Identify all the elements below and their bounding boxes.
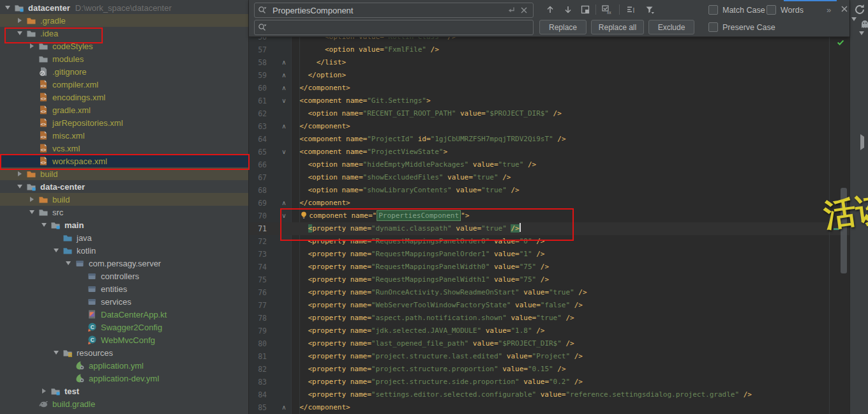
ghost-icon[interactable] (860, 19, 868, 31)
code-line-83[interactable]: <property name="project.structure.side.p… (291, 376, 583, 388)
triangle-down-icon[interactable] (851, 21, 857, 33)
inspections-ok-icon[interactable] (836, 38, 845, 49)
filter-lines-icon[interactable]: I (624, 3, 638, 17)
tree-item-misc.xml[interactable]: <>misc.xml (0, 129, 248, 142)
replace-all-button[interactable]: Replace all (591, 20, 644, 34)
tree-item-test[interactable]: test (0, 385, 248, 397)
tree-item-main[interactable]: main (0, 218, 248, 231)
checkbox-box[interactable] (767, 5, 776, 15)
code-line-70[interactable]: component name="PropertiesComponent"> (291, 210, 469, 222)
intention-bulb-icon[interactable] (299, 210, 308, 220)
chevron-expanded-icon[interactable] (28, 210, 36, 214)
code-line-73[interactable]: <property name="RequestMappingsPanelOrde… (291, 248, 544, 261)
clear-icon[interactable] (519, 5, 529, 18)
tree-item-application-dev.yml[interactable]: application-dev.yml (0, 372, 248, 385)
checkbox-box[interactable] (708, 5, 718, 15)
code-line-74[interactable]: <property name="RequestMappingsPanelWidt… (291, 261, 549, 273)
tree-item-workspace.xml[interactable]: <>workspace.xml (0, 155, 248, 167)
code-line-80[interactable]: <property name="last_opened_file_path" v… (291, 337, 574, 350)
code-line-72[interactable]: <property name="RequestMappingsPanelOrde… (291, 235, 544, 248)
chevron-collapsed-icon[interactable] (16, 171, 24, 176)
tree-item-src[interactable]: src (0, 206, 248, 218)
tree-item-.gitignore[interactable]: .gitignore (0, 65, 248, 78)
newline-icon[interactable] (506, 5, 516, 18)
chevron-expanded-icon[interactable] (16, 185, 24, 188)
chevron-expanded-icon[interactable] (40, 223, 48, 227)
fold-marker-icon[interactable]: ∧ (280, 69, 288, 82)
code-line-78[interactable]: <property name="aspect.path.notification… (291, 312, 574, 325)
chevron-collapsed-icon[interactable] (28, 197, 36, 202)
fold-marker-icon[interactable]: ∧ (280, 56, 288, 69)
filter-funnel-icon[interactable] (643, 3, 657, 17)
tree-item-build[interactable]: build (0, 193, 248, 206)
words-checkbox[interactable]: Words (767, 5, 804, 15)
code-line-58[interactable]: </list> (291, 56, 346, 69)
code-line-82[interactable]: <property name="project.structure.propor… (291, 363, 566, 376)
code-line-71[interactable]: <property name="dynamic.classpath" value… (291, 222, 521, 235)
fold-marker-icon[interactable]: ∨ (280, 210, 288, 222)
chevron-expanded-icon[interactable] (64, 261, 72, 265)
fold-marker-icon[interactable]: ∧ (280, 120, 288, 133)
exclude-button[interactable]: Exclude (648, 20, 694, 34)
code-line-59[interactable]: </option> (291, 69, 346, 82)
tree-item-.gradle[interactable]: .gradle (0, 14, 248, 27)
code-line-75[interactable]: <property name="RequestMappingsPanelWidt… (291, 273, 549, 286)
tree-item-com.persagy.server[interactable]: com.persagy.server (0, 257, 248, 270)
chevron-expanded-icon[interactable] (4, 6, 11, 10)
replace-field[interactable] (254, 20, 534, 35)
tree-item-kotlin[interactable]: kotlin (0, 244, 248, 257)
open-in-window-icon[interactable] (578, 3, 592, 17)
tree-item-controllers[interactable]: controllers (0, 270, 248, 282)
tree-item-encodings.xml[interactable]: <>encodings.xml (0, 91, 248, 103)
tree-item-codeStyles[interactable]: codeStyles (0, 40, 248, 52)
code-line-63[interactable]: </component> (291, 120, 350, 133)
tree-item-java[interactable]: java (0, 231, 248, 244)
code-line-56[interactable]: <option value="Kotlin Class" /> (291, 36, 456, 43)
code-line-68[interactable]: <option name="showLibraryContents" value… (291, 184, 520, 197)
tree-item-compiler.xml[interactable]: <>compiler.xml (0, 78, 248, 91)
fold-marker-icon[interactable]: ∧ (280, 197, 288, 210)
tree-item-build[interactable]: build (0, 167, 248, 180)
search-icon[interactable] (257, 5, 267, 18)
chevron-collapsed-icon[interactable] (28, 43, 36, 49)
fold-marker-icon[interactable]: ∧ (280, 82, 288, 95)
match-case-checkbox[interactable]: Match Case (708, 5, 765, 15)
chevron-expanded-icon[interactable] (52, 351, 60, 355)
code-line-81[interactable]: <property name="project.structure.last.e… (291, 350, 583, 363)
sync-icon[interactable] (853, 3, 866, 19)
project-tree-panel[interactable]: datacenterD:\work_space\datacenter.gradl… (0, 0, 248, 414)
preserve-case-checkbox[interactable]: Preserve Case (708, 22, 775, 32)
fold-marker-icon[interactable]: ∨ (280, 95, 288, 107)
search-field[interactable] (254, 3, 534, 18)
tree-item-modules[interactable]: modules (0, 52, 248, 65)
tree-item-vcs.xml[interactable]: <>vcs.xml (0, 142, 248, 155)
code-line-66[interactable]: <option name="hideEmptyMiddlePackages" v… (291, 158, 536, 171)
triangle-down-icon[interactable] (859, 35, 864, 47)
code-line-69[interactable]: </component> (291, 197, 350, 210)
tree-item-gradle[interactable]: gradle (0, 410, 248, 414)
code-line-76[interactable]: <property name="RunOnceActivity.ShowRead… (291, 286, 587, 299)
code-line-62[interactable]: <option name="RECENT_GIT_ROOT_PATH" valu… (291, 107, 562, 120)
code-line-60[interactable]: </component> (291, 82, 350, 95)
tree-item-application.yml[interactable]: application.yml (0, 359, 248, 372)
arrow-up-icon[interactable] (543, 3, 557, 17)
checkbox-box[interactable] (708, 22, 718, 32)
select-all-occurrences-icon[interactable]: xx (599, 3, 613, 17)
fold-marker-icon[interactable]: ∨ (280, 146, 288, 158)
triangle-right-icon[interactable] (860, 137, 864, 148)
code-line-77[interactable]: <property name="WebServerToolWindowFacto… (291, 299, 583, 312)
tree-item-.idea[interactable]: .idea (0, 27, 248, 40)
tree-item-WebMvcConfg[interactable]: CWebMvcConfg (0, 334, 248, 346)
fold-marker-icon[interactable]: ∧ (280, 401, 288, 414)
tree-item-services[interactable]: services (0, 295, 248, 308)
arrow-down-icon[interactable] (561, 3, 575, 17)
replace-input[interactable] (271, 20, 504, 34)
code-line-61[interactable]: <component name="Git.Settings"> (291, 95, 431, 107)
tree-item-data-center[interactable]: data-center (0, 180, 248, 193)
close-icon[interactable] (839, 4, 849, 17)
tree-item-DataCenterApp.kt[interactable]: DataCenterApp.kt (0, 308, 248, 321)
code-line-85[interactable]: </component> (291, 401, 350, 414)
more-options-chevron[interactable]: » (827, 5, 830, 15)
search-input[interactable] (271, 3, 504, 17)
code-line-64[interactable]: <component name="ProjectId" id="1gjCbUMR… (291, 133, 566, 146)
